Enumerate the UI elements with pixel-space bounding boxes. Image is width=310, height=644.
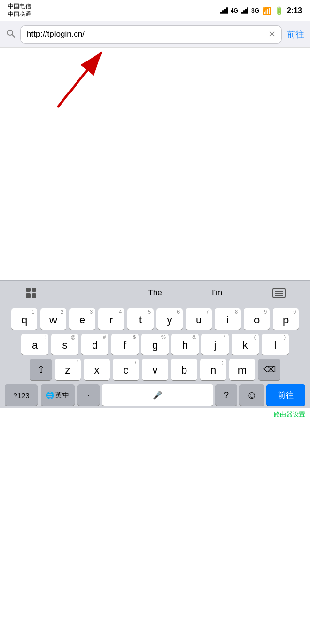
key-b[interactable]: b: [171, 359, 197, 380]
keyboard-row-2: !a @s #d $f %g &h *j (k )l: [2, 334, 308, 355]
key-emoji[interactable]: ☺: [239, 384, 264, 406]
emoji-icon: ☺: [247, 389, 257, 401]
key-question[interactable]: ?: [215, 384, 237, 406]
key-e[interactable]: 3e: [69, 308, 95, 330]
suggestion-word2[interactable]: The: [124, 281, 186, 305]
grid-icon: [26, 288, 36, 298]
search-icon: [6, 29, 16, 41]
key-y[interactable]: 6y: [156, 308, 183, 330]
suggestion-word1[interactable]: I: [62, 281, 124, 305]
key-num-switch[interactable]: ?123: [5, 384, 38, 406]
key-shift[interactable]: ⇧: [30, 359, 52, 380]
svg-line-1: [12, 34, 15, 37]
key-lang-switch[interactable]: 🌐 英/中: [41, 384, 75, 406]
carrier1: 中国电信: [8, 3, 31, 11]
carrier-info: 中国电信 中国联通: [8, 3, 31, 18]
signal-4g-icon: [220, 8, 228, 14]
url-input-box[interactable]: http://tplogin.cn/ ✕: [20, 25, 282, 44]
shift-icon: ⇧: [37, 364, 45, 375]
footer-brand: 路由器设置: [0, 408, 310, 421]
time-display: 2:13: [287, 6, 302, 15]
keyboard: 1q 2w 3e 4r 5t 6y 7u 8i 9o 0p !a @s #d $…: [0, 305, 310, 408]
key-g[interactable]: %g: [141, 334, 169, 355]
key-t[interactable]: 5t: [127, 308, 154, 330]
browser-address-bar: http://tplogin.cn/ ✕ 前往: [0, 21, 310, 48]
keyboard-row-1: 1q 2w 3e 4r 5t 6y 7u 8i 9o 0p: [2, 308, 308, 330]
keyboard-suggestion-bar: I The I'm: [0, 280, 310, 305]
key-a[interactable]: !a: [21, 334, 48, 355]
key-s[interactable]: @s: [51, 334, 78, 355]
key-space[interactable]: 🎤: [102, 384, 213, 406]
key-x[interactable]: x: [84, 359, 110, 380]
key-m[interactable]: m: [229, 359, 255, 380]
key-go[interactable]: 前往: [266, 384, 305, 406]
keyboard-bottom-row: ?123 🌐 英/中 · 🎤 ? ☺ 前往: [2, 384, 308, 406]
key-f[interactable]: $f: [111, 334, 139, 355]
carrier2: 中国联通: [8, 11, 31, 18]
key-u[interactable]: 7u: [186, 308, 212, 330]
key-p[interactable]: 0p: [273, 308, 299, 330]
url-text: http://tplogin.cn/: [27, 30, 85, 39]
status-bar: 中国电信 中国联通 4G 3G 📶 🔋 2:13: [0, 0, 310, 21]
globe-icon: 🌐: [46, 391, 54, 399]
key-delete[interactable]: ⌫: [258, 359, 280, 380]
suggestion-word3[interactable]: I'm: [186, 281, 248, 305]
keyboard-hide-button[interactable]: [248, 281, 310, 305]
key-h[interactable]: &h: [171, 334, 199, 355]
wifi-icon: 📶: [262, 6, 272, 15]
key-o[interactable]: 9o: [244, 308, 270, 330]
key-dot[interactable]: ·: [78, 384, 100, 406]
key-j[interactable]: *j: [202, 334, 229, 355]
status-right: 4G 3G 📶 🔋 2:13: [220, 6, 302, 15]
key-w[interactable]: 2w: [40, 308, 66, 330]
4g-label: 4G: [231, 7, 238, 14]
key-d[interactable]: #d: [81, 334, 108, 355]
suggestion-grid[interactable]: [0, 281, 62, 305]
3g-label: 3G: [251, 7, 259, 14]
key-z[interactable]: 'z: [55, 359, 81, 380]
delete-icon: ⌫: [264, 364, 276, 375]
key-v[interactable]: —v: [142, 359, 168, 380]
key-l[interactable]: )l: [262, 334, 289, 355]
browser-content-area: [0, 48, 310, 280]
key-i[interactable]: 8i: [215, 308, 241, 330]
brand-label: 路由器设置: [274, 411, 305, 418]
keyboard-hide-icon: [272, 288, 286, 298]
keyboard-row-3: ⇧ 'z x /c —v b ;n m ⌫: [2, 359, 308, 380]
mic-icon: 🎤: [153, 391, 162, 400]
key-q[interactable]: 1q: [11, 308, 37, 330]
key-k[interactable]: (k: [232, 334, 259, 355]
key-c[interactable]: /c: [113, 359, 139, 380]
nfc-icon: 🔋: [275, 6, 284, 15]
key-n[interactable]: ;n: [200, 359, 226, 380]
key-r[interactable]: 4r: [98, 308, 124, 330]
clear-button[interactable]: ✕: [268, 29, 276, 40]
signal-3g-icon: [241, 8, 248, 14]
go-button[interactable]: 前往: [287, 29, 304, 40]
